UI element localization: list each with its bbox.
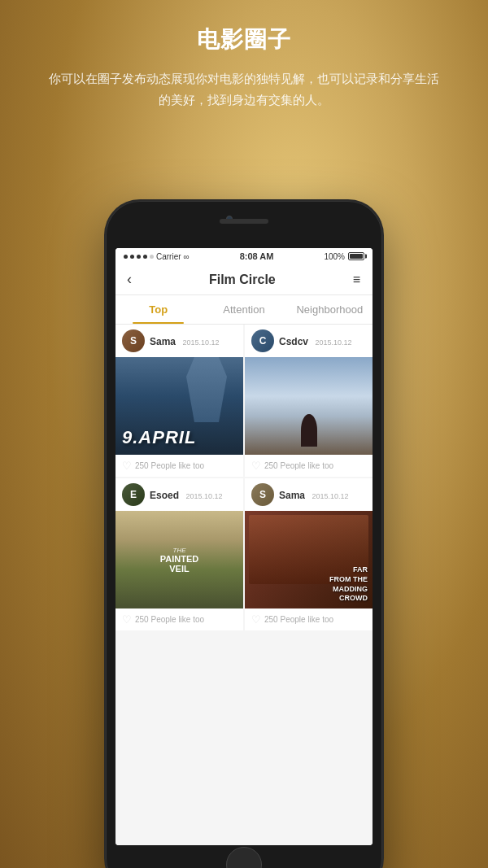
heart-icon-4[interactable]: ♡ bbox=[251, 613, 261, 626]
poster-3: THE PAINTED VEIL bbox=[115, 511, 243, 608]
like-count-1: 250 People like too bbox=[135, 461, 204, 470]
post-card-1[interactable]: S Sama 2015.10.12 9.APRIL bbox=[115, 325, 243, 477]
post-user-1: Sama 2015.10.12 bbox=[150, 334, 237, 348]
post-card-3[interactable]: E Esoed 2015.10.12 THE PAINTED VEIL bbox=[115, 478, 243, 630]
avatar-esoed: E bbox=[122, 483, 145, 506]
poster-4: FARFROM THEMADDINGCROWD bbox=[245, 511, 373, 608]
post-user-4: Sama 2015.10.12 bbox=[279, 487, 366, 502]
poster-painted-veil: THE PAINTED VEIL bbox=[115, 511, 243, 608]
avatar-initials: S bbox=[122, 329, 145, 352]
post-card-4[interactable]: S Sama 2015.10.12 FARFROM THEMADDINGCROW… bbox=[245, 478, 373, 630]
tab-neighborhood[interactable]: Neighborhood bbox=[287, 295, 373, 324]
avatar-initials-2: C bbox=[251, 329, 274, 352]
status-right: 100% bbox=[324, 252, 364, 261]
signal-dot-3 bbox=[137, 255, 141, 259]
status-left: Carrier ∞ bbox=[124, 252, 190, 261]
nav-bar: ‹ Film Circle ≡ bbox=[115, 264, 373, 295]
avatar-csdcv: C bbox=[251, 329, 274, 352]
time-label: 8:08 AM bbox=[240, 251, 274, 261]
username-4: Sama bbox=[279, 490, 305, 501]
poster-2 bbox=[245, 357, 373, 455]
post-header-3: E Esoed 2015.10.12 bbox=[115, 478, 243, 511]
signal-dot-1 bbox=[124, 255, 128, 259]
username-2: Csdcv bbox=[279, 336, 308, 347]
phone-frame: Carrier ∞ 8:08 AM 100% ‹ Film Circle ≡ T… bbox=[106, 201, 382, 868]
heart-icon-1[interactable]: ♡ bbox=[122, 460, 132, 472]
page-heading: 电影圈子 bbox=[0, 24, 488, 55]
username-3: Esoed bbox=[150, 490, 179, 501]
painted-veil-title: PAINTED bbox=[160, 554, 198, 564]
tab-top[interactable]: Top bbox=[115, 295, 201, 324]
post-user-2: Csdcv 2015.10.12 bbox=[279, 334, 366, 348]
home-button[interactable] bbox=[226, 847, 262, 868]
avatar-sama: S bbox=[122, 329, 145, 352]
painted-veil-title2: VEIL bbox=[169, 564, 189, 574]
avatar-sama2: S bbox=[251, 483, 274, 506]
phone-screen: Carrier ∞ 8:08 AM 100% ‹ Film Circle ≡ T… bbox=[115, 248, 373, 845]
heart-icon-2[interactable]: ♡ bbox=[251, 460, 261, 472]
post-header-2: C Csdcv 2015.10.12 bbox=[245, 325, 373, 357]
like-count-3: 250 People like too bbox=[135, 615, 204, 624]
poster-far: FARFROM THEMADDINGCROWD bbox=[245, 511, 373, 608]
signal-dot-5 bbox=[150, 255, 154, 259]
feed: S Sama 2015.10.12 9.APRIL bbox=[115, 325, 373, 845]
avatar-initials-4: S bbox=[251, 483, 274, 506]
battery-fill bbox=[350, 254, 363, 259]
figure-icon bbox=[186, 357, 227, 422]
poster-snowy bbox=[245, 357, 373, 455]
post-footer-2: ♡ 250 People like too bbox=[245, 455, 373, 477]
date-1: 2015.10.12 bbox=[182, 338, 219, 347]
painted-veil-sub: THE bbox=[173, 547, 186, 554]
heart-icon-3[interactable]: ♡ bbox=[122, 613, 132, 626]
snowy-figure bbox=[301, 414, 317, 447]
poster-text-1: 9.APRIL bbox=[122, 427, 196, 448]
like-count-4: 250 People like too bbox=[264, 615, 333, 624]
post-card-2[interactable]: C Csdcv 2015.10.12 ♡ 250 bbox=[245, 325, 373, 477]
avatar-initials-3: E bbox=[122, 483, 145, 506]
username-1: Sama bbox=[150, 336, 176, 347]
wifi-icon: ∞ bbox=[184, 252, 190, 261]
carrier-label: Carrier bbox=[156, 252, 181, 261]
feed-row-2: E Esoed 2015.10.12 THE PAINTED VEIL bbox=[115, 478, 373, 630]
status-bar: Carrier ∞ 8:08 AM 100% bbox=[115, 248, 373, 264]
post-header-1: S Sama 2015.10.12 bbox=[115, 325, 243, 357]
like-count-2: 250 People like too bbox=[264, 461, 333, 470]
nav-title: Film Circle bbox=[209, 273, 276, 287]
back-button[interactable]: ‹ bbox=[127, 271, 132, 288]
post-footer-4: ♡ 250 People like too bbox=[245, 608, 373, 630]
poster-1: 9.APRIL bbox=[115, 357, 243, 455]
date-3: 2015.10.12 bbox=[185, 492, 222, 500]
date-2: 2015.10.12 bbox=[315, 338, 351, 347]
title-area: 电影圈子 你可以在圈子发布动态展现你对电影的独特见解，也可以记录和分享生活的美好… bbox=[0, 24, 488, 110]
tab-attention[interactable]: Attention bbox=[201, 295, 286, 324]
phone-speaker bbox=[220, 219, 268, 224]
post-footer-3: ♡ 250 People like too bbox=[115, 608, 243, 630]
battery-label: 100% bbox=[324, 252, 345, 261]
far-title: FARFROM THEMADDINGCROWD bbox=[329, 565, 368, 604]
menu-button[interactable]: ≡ bbox=[353, 273, 361, 287]
signal-dot-2 bbox=[130, 255, 134, 259]
page-subtitle: 你可以在圈子发布动态展现你对电影的独特见解，也可以记录和分享生活的美好，找到身边… bbox=[0, 68, 488, 110]
post-header-4: S Sama 2015.10.12 bbox=[245, 478, 373, 511]
tabs: Top Attention Neighborhood bbox=[115, 295, 373, 325]
poster-9april: 9.APRIL bbox=[115, 357, 243, 455]
post-user-3: Esoed 2015.10.12 bbox=[150, 487, 237, 502]
post-footer-1: ♡ 250 People like too bbox=[115, 455, 243, 477]
date-4: 2015.10.12 bbox=[312, 492, 348, 500]
signal-dot-4 bbox=[143, 255, 147, 259]
feed-row-1: S Sama 2015.10.12 9.APRIL bbox=[115, 325, 373, 477]
battery-icon bbox=[348, 252, 364, 260]
